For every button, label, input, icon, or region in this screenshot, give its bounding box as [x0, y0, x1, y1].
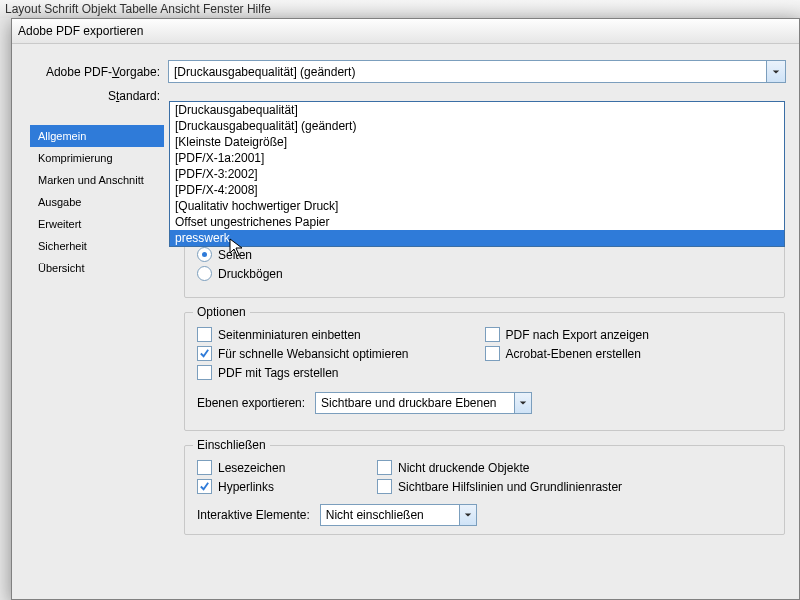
preset-dropdown-list[interactable]: [Druckausgabequalität] [Druckausgabequal…: [169, 101, 785, 247]
nav-item-allgemein[interactable]: Allgemein: [30, 125, 164, 147]
dropdown-option[interactable]: [Druckausgabequalität] (geändert): [170, 118, 784, 134]
category-nav: Allgemein Komprimierung Marken und Ansch…: [12, 125, 170, 559]
radio-druckboegen[interactable]: [197, 266, 212, 281]
label-export-layers: Ebenen exportieren:: [197, 396, 305, 410]
label-hyperlinks: Hyperlinks: [218, 480, 274, 494]
dropdown-option[interactable]: [Druckausgabequalität]: [170, 102, 784, 118]
dialog-title: Adobe PDF exportieren: [18, 24, 143, 38]
interactive-combo-value: Nicht einschließen: [326, 508, 424, 522]
group-einschliessen-legend: Einschließen: [193, 438, 270, 452]
standard-label: Standard:: [32, 89, 168, 103]
group-optionen-legend: Optionen: [193, 305, 250, 319]
nav-item-erweitert[interactable]: Erweitert: [30, 213, 164, 235]
dropdown-option[interactable]: [PDF/X-3:2002]: [170, 166, 784, 182]
dropdown-option[interactable]: [PDF/X-4:2008]: [170, 182, 784, 198]
chevron-down-icon[interactable]: [514, 393, 531, 413]
check-tagged[interactable]: [197, 365, 212, 380]
label-tagged: PDF mit Tags erstellen: [218, 366, 339, 380]
label-guides: Sichtbare Hilfslinien und Grundlinienras…: [398, 480, 622, 494]
check-bookmarks[interactable]: [197, 460, 212, 475]
label-interactive: Interaktive Elemente:: [197, 508, 310, 522]
dropdown-option[interactable]: [Kleinste Dateigröße]: [170, 134, 784, 150]
chevron-down-icon[interactable]: [459, 505, 476, 525]
check-show-after[interactable]: [485, 327, 500, 342]
nav-item-uebersicht[interactable]: Übersicht: [30, 257, 164, 279]
dropdown-option-selected[interactable]: presswerk: [170, 230, 784, 246]
radio-seiten[interactable]: [197, 247, 212, 262]
dropdown-option[interactable]: [Qualitativ hochwertiger Druck]: [170, 198, 784, 214]
nav-item-marken[interactable]: Marken und Anschnitt: [30, 169, 164, 191]
preset-label: Adobe PDF-Vorgabe:: [32, 65, 168, 79]
export-layers-combo[interactable]: Sichtbare und druckbare Ebenen: [315, 392, 532, 414]
interactive-combo[interactable]: Nicht einschließen: [320, 504, 477, 526]
label-fast-web: Für schnelle Webansicht optimieren: [218, 347, 409, 361]
check-acro-layers[interactable]: [485, 346, 500, 361]
export-layers-value: Sichtbare und druckbare Ebenen: [321, 396, 496, 410]
export-pdf-dialog: Adobe PDF exportieren Adobe PDF-Vorgabe:…: [11, 18, 800, 600]
check-guides[interactable]: [377, 479, 392, 494]
nav-item-ausgabe[interactable]: Ausgabe: [30, 191, 164, 213]
preset-combo-value: [Druckausgabequalität] (geändert): [169, 65, 355, 79]
label-bookmarks: Lesezeichen: [218, 461, 285, 475]
check-nonprint[interactable]: [377, 460, 392, 475]
host-menu-text: Layout Schrift Objekt Tabelle Ansicht Fe…: [5, 2, 271, 16]
label-nonprint: Nicht druckende Objekte: [398, 461, 529, 475]
dialog-titlebar: Adobe PDF exportieren: [12, 19, 799, 44]
preset-combo[interactable]: [Druckausgabequalität] (geändert): [168, 60, 786, 83]
check-fast-web[interactable]: [197, 346, 212, 361]
nav-item-komprimierung[interactable]: Komprimierung: [30, 147, 164, 169]
dropdown-option[interactable]: Offset ungestrichenes Papier: [170, 214, 784, 230]
label-acro-layers: Acrobat-Ebenen erstellen: [506, 347, 641, 361]
check-thumbnails[interactable]: [197, 327, 212, 342]
group-optionen: Optionen Seitenminiaturen einbetten Für …: [184, 312, 785, 431]
chevron-down-icon[interactable]: [766, 61, 785, 82]
cursor-icon: [229, 238, 245, 261]
nav-item-sicherheit[interactable]: Sicherheit: [30, 235, 164, 257]
group-einschliessen: Einschließen Lesezeichen Hyperlinks Nich…: [184, 445, 785, 535]
label-show-after: PDF nach Export anzeigen: [506, 328, 649, 342]
label-thumbnails: Seitenminiaturen einbetten: [218, 328, 361, 342]
label-druckboegen: Druckbögen: [218, 267, 283, 281]
dropdown-option[interactable]: [PDF/X-1a:2001]: [170, 150, 784, 166]
check-hyperlinks[interactable]: [197, 479, 212, 494]
